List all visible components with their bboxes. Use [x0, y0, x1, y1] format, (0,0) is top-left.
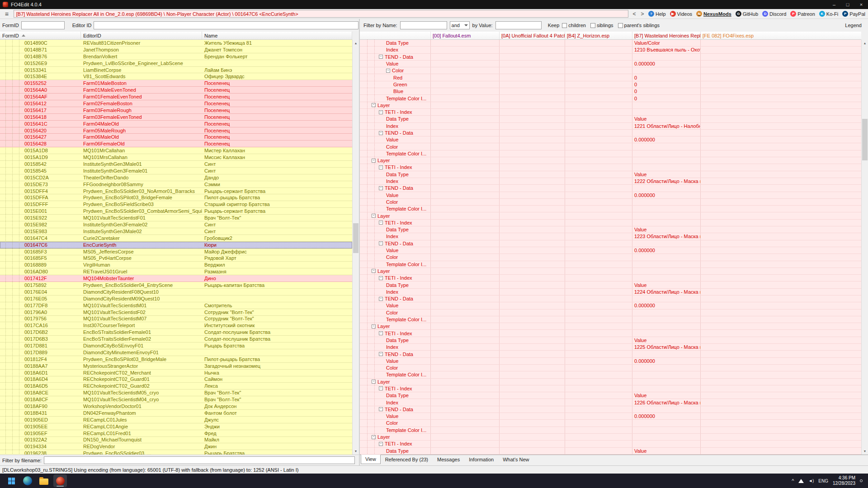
- tree-row[interactable]: Data Type Value: [360, 116, 861, 122]
- table-row[interactable]: 00156427 Farm06MaleOld Поселенец: [0, 134, 352, 141]
- cell-fallout4[interactable]: [431, 330, 500, 336]
- tree-row[interactable]: Value 0.000000: [360, 192, 861, 199]
- table-row[interactable]: 0015384E V81_ScottEdwards Офицер Эдвардс: [0, 73, 352, 80]
- cell-unofficial-patch[interactable]: [500, 226, 565, 233]
- cell-unofficial-patch[interactable]: [500, 254, 565, 260]
- tree-row[interactable]: Data Type Value: [360, 337, 861, 344]
- cell-horizon[interactable]: [565, 192, 632, 198]
- table-row[interactable]: 001812F4 Prydwen_EncBoSPilot03_BridgeMal…: [0, 356, 352, 363]
- cell-horizon[interactable]: [565, 385, 632, 392]
- cell-horizon[interactable]: [565, 116, 632, 122]
- cell-fallout4[interactable]: [431, 212, 500, 219]
- cell-wasteland-heroines[interactable]: 1224 Области/Лицо - Маска на у...: [632, 289, 701, 295]
- cell-wasteland-heroines[interactable]: [632, 379, 701, 385]
- table-row[interactable]: 0017D881 DiamondCityBoSEnvoyF01 Рыцарь Б…: [0, 343, 352, 349]
- cell-horizon[interactable]: [565, 171, 632, 178]
- tree-row[interactable]: Index 1224 Области/Лицо - Маска на у...: [360, 289, 861, 296]
- collapse-icon[interactable]: [379, 297, 383, 301]
- cell-unofficial-patch[interactable]: [500, 316, 565, 323]
- tree-row[interactable]: TEND - Data: [360, 54, 861, 61]
- left-scrollbar[interactable]: ▲ ▼: [352, 40, 359, 455]
- table-row[interactable]: 0015A1D9 MQ101MrsCallahan Миссис Каллаха…: [0, 154, 352, 161]
- collapse-icon[interactable]: [386, 69, 390, 73]
- cell-wasteland-heroines[interactable]: [632, 420, 701, 426]
- cell-wasteland-heroines[interactable]: [632, 54, 701, 60]
- cell-fallout4[interactable]: [431, 95, 500, 101]
- cell-unofficial-patch[interactable]: [500, 275, 565, 281]
- tree-row[interactable]: Layer: [360, 212, 861, 219]
- tree-row[interactable]: Color: [360, 143, 861, 150]
- cell-wasteland-heroines[interactable]: [632, 220, 701, 226]
- cell-fallout4[interactable]: [431, 109, 500, 115]
- cell-fo4fixes[interactable]: [701, 240, 861, 247]
- cell-fo4fixes[interactable]: [701, 61, 861, 67]
- main-menu-icon[interactable]: ≡: [3, 11, 11, 17]
- cell-fo4fixes[interactable]: [701, 434, 861, 440]
- tree-row[interactable]: Color: [360, 365, 861, 371]
- cell-unofficial-patch[interactable]: [500, 130, 565, 136]
- cell-horizon[interactable]: [565, 441, 632, 447]
- cell-horizon[interactable]: [565, 178, 632, 184]
- table-row[interactable]: 0017D6B3 EncBoSTraitsSoldierFemale02 Сол…: [0, 336, 352, 343]
- table-row[interactable]: 0015DFF4 Prydwen_EncBoSSoldier03_NoArmor…: [0, 188, 352, 195]
- cell-fo4fixes[interactable]: [701, 427, 861, 433]
- tree-row[interactable]: Color: [360, 310, 861, 316]
- collapse-icon[interactable]: [372, 269, 376, 273]
- table-row[interactable]: 001905EE RECampLC01Angie Энджи: [0, 423, 352, 430]
- cell-horizon[interactable]: [565, 233, 632, 239]
- cell-fo4fixes[interactable]: [701, 220, 861, 226]
- cell-unofficial-patch[interactable]: [500, 379, 565, 385]
- cell-fallout4[interactable]: [431, 351, 500, 357]
- cell-fo4fixes[interactable]: [701, 136, 861, 143]
- tree-row[interactable]: TETI - Index: [360, 220, 861, 226]
- cell-unofficial-patch[interactable]: [500, 247, 565, 253]
- collapse-icon[interactable]: [372, 380, 376, 384]
- table-row[interactable]: 001647C4 Curie2Caretaker Гробовщик2: [0, 235, 352, 242]
- tree-row[interactable]: TEND - Data: [360, 185, 861, 192]
- cell-unofficial-patch[interactable]: [500, 406, 565, 413]
- cell-horizon[interactable]: [565, 123, 632, 129]
- tree-row[interactable]: TEND - Data: [360, 406, 861, 413]
- plugin-column-header[interactable]: [00] Fallout4.esm: [431, 32, 500, 39]
- cell-unofficial-patch[interactable]: [500, 323, 565, 329]
- cell-horizon[interactable]: [565, 212, 632, 219]
- tree-row[interactable]: TETI - Index: [360, 385, 861, 392]
- cell-fo4fixes[interactable]: [701, 420, 861, 426]
- table-row[interactable]: 00158542 InstituteSynthGen3Male01 Синт: [0, 161, 352, 168]
- table-row[interactable]: 0018A8CF MQ101VaultTecScientistM04_cryo …: [0, 396, 352, 403]
- cell-fo4fixes[interactable]: [701, 212, 861, 219]
- cell-horizon[interactable]: [565, 275, 632, 281]
- cell-fallout4[interactable]: [431, 379, 500, 385]
- tree-row[interactable]: Index 1210 Въевшаяся пыль - Охотна...: [360, 47, 861, 53]
- cell-wasteland-heroines[interactable]: 1210 Въевшаяся пыль - Охотна...: [632, 47, 701, 53]
- collapse-icon[interactable]: [379, 241, 383, 245]
- cell-wasteland-heroines[interactable]: [632, 316, 701, 323]
- cell-fallout4[interactable]: [431, 74, 500, 80]
- cell-horizon[interactable]: [565, 199, 632, 205]
- cell-wasteland-heroines[interactable]: 0: [632, 81, 701, 88]
- cell-horizon[interactable]: [565, 40, 632, 46]
- tree-row[interactable]: TETI - Index: [360, 275, 861, 282]
- collapse-icon[interactable]: [379, 331, 383, 335]
- cell-horizon[interactable]: [565, 185, 632, 191]
- cell-fo4fixes[interactable]: [701, 150, 861, 157]
- cell-fallout4[interactable]: [431, 192, 500, 198]
- cell-wasteland-heroines[interactable]: Value/Color: [632, 40, 701, 46]
- table-row[interactable]: 00176E05 DiamondCityResidentM09Quest10: [0, 296, 352, 302]
- scroll-track[interactable]: [353, 47, 359, 448]
- cell-fallout4[interactable]: [431, 371, 500, 378]
- tree-row[interactable]: Data Type Value: [360, 226, 861, 233]
- cell-fo4fixes[interactable]: [701, 171, 861, 178]
- tree-row[interactable]: Layer: [360, 434, 861, 441]
- close-button[interactable]: ×: [854, 0, 868, 9]
- table-row[interactable]: 0015DFFA Prydwen_EncBoSPilot03_BridgeFem…: [0, 194, 352, 201]
- cell-fo4fixes[interactable]: [701, 95, 861, 101]
- cell-wasteland-heroines[interactable]: [632, 406, 701, 413]
- tree-row[interactable]: Layer: [360, 379, 861, 385]
- cell-wasteland-heroines[interactable]: [632, 427, 701, 433]
- cell-wasteland-heroines[interactable]: [632, 323, 701, 329]
- table-row[interactable]: 0018A6D4 REChokepointCT02_Guard01 Саймон: [0, 376, 352, 383]
- cell-fo4fixes[interactable]: [701, 206, 861, 212]
- cell-fallout4[interactable]: [431, 206, 500, 212]
- cell-unofficial-patch[interactable]: [500, 206, 565, 212]
